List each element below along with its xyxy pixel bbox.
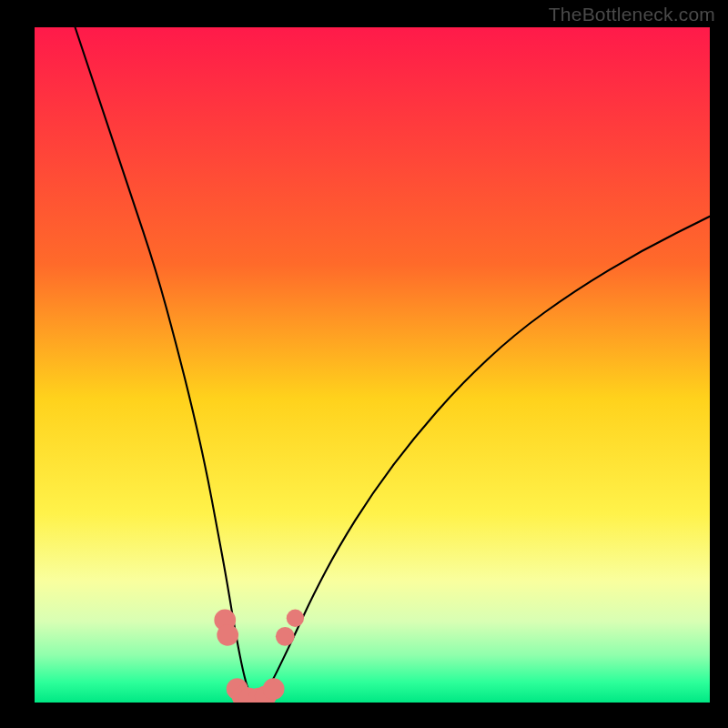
watermark-text: TheBottleneck.com (549, 4, 715, 25)
bottleneck-chart (35, 27, 710, 703)
data-marker (217, 624, 238, 646)
data-marker (276, 627, 295, 646)
data-marker (263, 678, 285, 700)
data-marker (287, 610, 304, 627)
chart-frame: TheBottleneck.com (0, 0, 728, 728)
plot-area (35, 27, 710, 703)
gradient-background (35, 27, 710, 703)
